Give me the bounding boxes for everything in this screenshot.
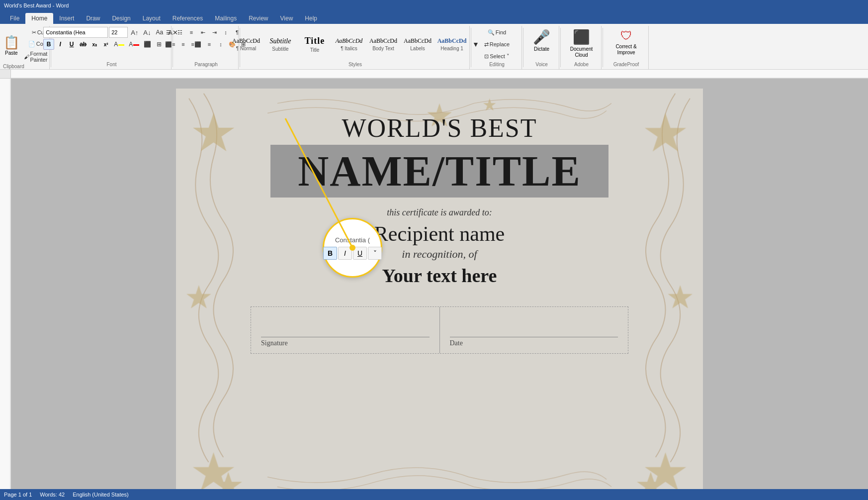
cert-name-block[interactable]: NAME/TITLE: [270, 145, 608, 198]
align-center-button[interactable]: ≡: [178, 39, 189, 50]
status-bar: Page 1 of 1 Words: 42 English (United St…: [0, 489, 868, 500]
styles-label: Styles: [348, 62, 362, 68]
tab-draw[interactable]: Draw: [80, 13, 106, 24]
style-body-text-label: Body Text: [372, 46, 394, 51]
divider-4: [471, 28, 471, 67]
adobe-group: ⬛ Document Cloud Adobe: [562, 26, 602, 69]
select-icon: ⊡: [484, 53, 489, 60]
cert-signature-label: Signature: [261, 339, 430, 347]
cert-date-line: [450, 337, 618, 337]
style-title[interactable]: Title Title: [298, 29, 332, 60]
style-subtitle[interactable]: Subtitle Subtitle: [263, 29, 297, 60]
mini-toolbar-font: Constantia (: [335, 236, 370, 244]
tab-help[interactable]: Help: [299, 13, 323, 24]
find-button[interactable]: 🔍 Find: [475, 27, 519, 38]
document-area[interactable]: WORLD'S BEST NAME/TITLE this certificate…: [11, 79, 868, 500]
divider-5: [523, 28, 523, 67]
style-normal-preview: AaBbCcDd: [232, 37, 260, 45]
text-highlight-button[interactable]: A: [112, 39, 126, 50]
align-right-button[interactable]: ≡⬛: [189, 39, 203, 50]
align-left-button[interactable]: ⬛≡: [163, 39, 177, 50]
style-normal-label: ¶ Normal: [236, 46, 256, 51]
style-heading1[interactable]: AaBbCcDd Heading 1: [435, 29, 469, 60]
line-spacing-button[interactable]: ↕: [215, 39, 226, 50]
cert-recipient: Recipient name: [374, 222, 505, 246]
underline-button[interactable]: U: [66, 39, 77, 50]
bold-button[interactable]: B: [43, 39, 54, 50]
gradeproof-group: 🛡 Correct & Improve GradeProof: [604, 26, 649, 69]
document-cloud-button[interactable]: ⬛ Document Cloud: [565, 27, 598, 60]
adobe-label: Adobe: [574, 62, 589, 68]
status-page: Page 1 of 1: [4, 492, 32, 498]
tab-insert[interactable]: Insert: [53, 13, 80, 24]
ruler-svg: [11, 70, 868, 78]
svg-marker-11: [645, 452, 686, 491]
dictate-label: Dictate: [534, 46, 549, 52]
tab-references[interactable]: References: [167, 13, 209, 24]
tab-design[interactable]: Design: [106, 13, 136, 24]
cert-name: NAME/TITLE: [280, 150, 599, 193]
ruler-vertical: [0, 79, 11, 500]
microphone-icon: 🎤: [533, 29, 550, 45]
tab-mailings[interactable]: Mailings: [209, 13, 243, 24]
cert-sig-line: [261, 337, 430, 337]
ribbon: 📋 Paste ✂ Cut 📄 Copy 🖌 Format Painter: [0, 24, 868, 70]
replace-icon: ⇄: [484, 41, 489, 48]
cert-awarded: this certificate is awarded to:: [387, 207, 492, 218]
style-normal[interactable]: AaBbCcDd ¶ Normal: [229, 29, 263, 60]
certificate-content: WORLD'S BEST NAME/TITLE this certificate…: [176, 89, 703, 354]
cert-date-label: Date: [450, 339, 618, 347]
tab-view[interactable]: View: [274, 13, 299, 24]
style-labels-preview: AaBbCcDd: [404, 37, 432, 45]
paste-button[interactable]: 📋 Paste: [3, 30, 20, 60]
style-italics[interactable]: AaBbCcDd ¶ Italics: [332, 29, 366, 60]
tab-layout[interactable]: Layout: [137, 13, 167, 24]
title-bar: World's Best Award - Word: [0, 0, 868, 11]
style-labels[interactable]: AaBbCcDd Labels: [401, 29, 434, 60]
copy-icon: 📄: [28, 41, 35, 47]
tab-home[interactable]: Home: [25, 13, 53, 24]
tab-review[interactable]: Review: [243, 13, 274, 24]
divider-7: [603, 28, 603, 67]
increase-font-button[interactable]: A↑: [129, 27, 140, 38]
decrease-font-button[interactable]: A↓: [141, 27, 153, 38]
multilevel-button[interactable]: ≡: [186, 27, 197, 38]
mini-underline-button[interactable]: U: [353, 247, 367, 260]
replace-button[interactable]: ⇄ Replace: [475, 39, 519, 50]
bullets-button[interactable]: ☰: [163, 27, 174, 38]
numbering-button[interactable]: ☷: [174, 27, 185, 38]
status-language: English (United States): [73, 492, 129, 498]
tab-file[interactable]: File: [4, 13, 25, 24]
gradeproof-icon: 🛡: [620, 29, 632, 43]
ribbon-tabs: File Home Insert Draw Design Layout Refe…: [0, 11, 868, 24]
shading-button[interactable]: ⬛: [142, 39, 153, 50]
divider-6: [560, 28, 561, 67]
font-group: A↑ A↓ Aa A✕ B I U ab x₂ x² A A ⬛ ⊞ Font: [52, 26, 172, 69]
paragraph-label: Paragraph: [194, 62, 218, 68]
style-body-text[interactable]: AaBbCcDd Body Text: [366, 29, 400, 60]
voice-group: 🎤 Dictate Voice: [524, 26, 559, 69]
decrease-indent-button[interactable]: ⇤: [197, 27, 208, 38]
dictate-button[interactable]: 🎤 Dictate: [530, 27, 553, 54]
italic-button[interactable]: I: [55, 39, 66, 50]
font-color-button[interactable]: A: [127, 39, 141, 50]
mini-bold-button[interactable]: B: [323, 247, 337, 260]
document-page: WORLD'S BEST NAME/TITLE this certificate…: [176, 89, 703, 500]
subscript-button[interactable]: x₂: [89, 39, 100, 50]
style-italics-label: ¶ Italics: [341, 46, 357, 51]
strikethrough-button[interactable]: ab: [78, 39, 88, 50]
font-name-row: A↑ A↓ Aa A✕: [43, 27, 180, 38]
justify-button[interactable]: ≡: [204, 39, 215, 50]
style-body-text-preview: AaBbCcDd: [369, 37, 397, 45]
mini-dropdown-button[interactable]: ˅: [368, 247, 382, 260]
correct-improve-button[interactable]: 🛡 Correct & Improve: [607, 27, 645, 58]
font-name-input[interactable]: [43, 27, 108, 38]
superscript-button[interactable]: x²: [100, 39, 111, 50]
paste-icon: 📋: [3, 35, 19, 50]
increase-indent-button[interactable]: ⇥: [209, 27, 220, 38]
ruler-corner: [0, 70, 11, 78]
search-icon: 🔍: [488, 29, 495, 36]
font-size-input[interactable]: [109, 27, 128, 38]
mini-italic-button[interactable]: I: [338, 247, 352, 260]
select-button[interactable]: ⊡ Select ˅: [475, 51, 519, 62]
